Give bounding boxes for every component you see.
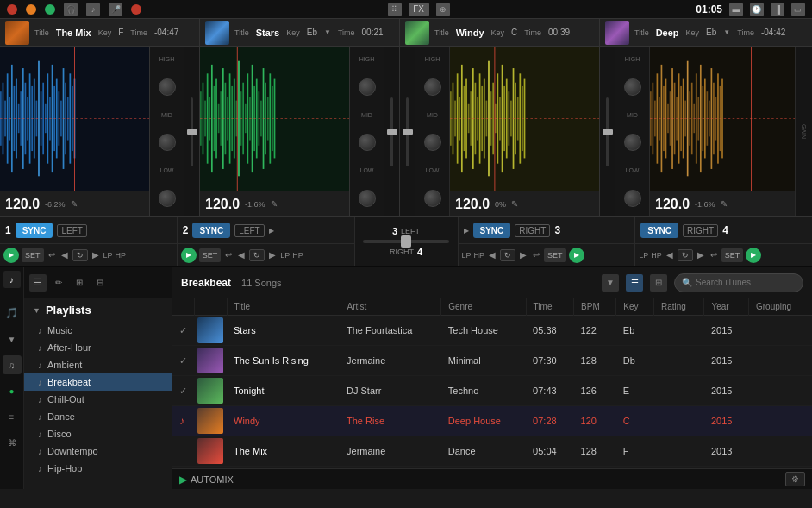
col-key[interactable]: Key <box>616 298 654 316</box>
deck-1-eq-low[interactable] <box>159 190 176 207</box>
headphones-icon[interactable]: 🎧 <box>64 3 78 16</box>
deck-1-eq-mid[interactable] <box>159 134 176 151</box>
tab-filter-icon[interactable]: ⊟ <box>91 274 109 292</box>
link-icon[interactable]: ⊕ <box>436 3 450 16</box>
deck-1-play-button[interactable]: ▶ <box>3 248 19 263</box>
record-icon[interactable] <box>131 4 141 15</box>
col-title[interactable]: Title <box>227 298 340 316</box>
tab-list-icon[interactable]: ☰ <box>29 274 47 292</box>
deck-3-prev-button[interactable]: ◀ <box>487 249 497 260</box>
playlist-item-downtempo[interactable]: ♪ Downtempo <box>24 442 172 460</box>
playlist-item-hip-hop[interactable]: ♪ Hip-Hop <box>24 460 172 477</box>
playlist-item-disco[interactable]: ♪ Disco <box>24 425 172 442</box>
table-row[interactable]: The Mix Jermaine Dance 05:04 128 F 2013 <box>172 436 812 467</box>
col-grouping[interactable]: Grouping <box>748 298 812 316</box>
sidebar-icon-arrow-down[interactable]: ▼ <box>3 329 22 348</box>
col-year[interactable]: Year <box>704 298 749 316</box>
close-icon[interactable] <box>7 4 17 15</box>
table-row[interactable]: ✓ Stars The Fourtastica Tech House 05:38… <box>172 316 812 346</box>
sidebar-icon-finder[interactable]: 🎵 <box>3 304 22 323</box>
deck-1-loop-button[interactable]: ↻ <box>72 249 88 261</box>
deck-2-prev-button[interactable]: ◀ <box>236 249 247 260</box>
minimize-icon[interactable] <box>26 4 36 15</box>
col-rating[interactable]: Rating <box>653 298 703 316</box>
table-row[interactable]: ✓ Tonight DJ Starr Techno 07:43 126 E 20… <box>172 376 812 406</box>
deck-1-side-button[interactable]: LEFT <box>57 224 86 237</box>
deck-3-sync-button[interactable]: SYNC <box>473 223 511 238</box>
deck-2-eq-mid[interactable] <box>359 134 376 151</box>
deck-3-eq-high[interactable] <box>424 78 441 96</box>
deck-2-pitch-fader[interactable] <box>390 97 393 166</box>
tab-grid-icon[interactable]: ⊞ <box>71 274 88 292</box>
deck-4-sync-button[interactable]: SYNC <box>640 223 678 238</box>
table-row[interactable]: ♪ Windy The Rise Deep House 07:28 120 C … <box>172 406 812 436</box>
deck-4-set-button[interactable]: SET <box>721 248 744 262</box>
settings-button[interactable]: ⚙ <box>785 472 805 486</box>
deck-2-cue-button[interactable]: ↩ <box>223 249 234 260</box>
sidebar-icon-playlist[interactable]: ♫ <box>3 355 22 374</box>
playlist-item-dance[interactable]: ♪ Dance <box>24 408 172 425</box>
sidebar-icon-list[interactable]: ≡ <box>3 407 22 426</box>
deck-1-cue-button[interactable]: ↩ <box>47 249 57 260</box>
grid-icon[interactable]: ⠿ <box>388 3 402 16</box>
deck-4-next-button[interactable]: ▶ <box>696 249 706 260</box>
deck-3-set-button[interactable]: SET <box>544 248 566 262</box>
deck-4-prev-button[interactable]: ◀ <box>665 249 675 260</box>
deck-4-side-button[interactable]: RIGHT <box>683 224 718 237</box>
list-view-button[interactable]: ☰ <box>626 274 643 292</box>
deck-1-prev-button[interactable]: ◀ <box>59 249 70 260</box>
col-genre[interactable]: Genre <box>441 298 526 316</box>
deck-4-cue-button[interactable]: ↩ <box>709 249 719 260</box>
deck-2-eq-high[interactable] <box>359 78 376 96</box>
playlist-item-ambient[interactable]: ♪ Ambient <box>24 356 172 373</box>
deck-2-eq-low[interactable] <box>359 190 376 207</box>
sidebar-icon-music[interactable]: ♪ <box>3 271 21 288</box>
deck-3-side-button[interactable]: RIGHT <box>515 224 550 237</box>
deck-4-play-button[interactable]: ▶ <box>746 248 761 263</box>
deck-4-loop-button[interactable]: ↻ <box>678 249 693 261</box>
tab-pencil-icon[interactable]: ✏ <box>50 274 67 292</box>
filter-button[interactable]: ▼ <box>602 274 619 292</box>
deck-4-eq-low[interactable] <box>624 190 641 207</box>
deck-2-play-button[interactable]: ▶ <box>181 248 197 263</box>
table-row[interactable]: ✓ The Sun Is Rising Jermaine Minimal 07:… <box>172 346 812 376</box>
automix-button[interactable]: ▶ AUTOMIX <box>179 474 234 486</box>
fx-label[interactable]: FX <box>409 3 429 16</box>
deck-1-sync-button[interactable]: SYNC <box>16 223 53 238</box>
deck-3-pitch-fader[interactable] <box>406 97 409 166</box>
playlist-item-chill-out[interactable]: ♪ Chill-Out <box>24 391 172 408</box>
deck-2-loop-button[interactable]: ↻ <box>249 249 265 261</box>
deck-3-loop-button[interactable]: ↻ <box>500 249 515 261</box>
bpm-col-1: 122 <box>574 316 616 346</box>
crossfader-track[interactable] <box>363 240 449 243</box>
deck-2-set-button[interactable]: SET <box>199 248 222 262</box>
search-input[interactable] <box>696 278 796 287</box>
playlist-item-music[interactable]: ♪ Music <box>24 322 172 339</box>
col-bpm[interactable]: BPM <box>574 298 616 316</box>
deck-4-pitch-fader[interactable] <box>606 97 609 166</box>
deck-2-sync-button[interactable]: SYNC <box>192 223 230 238</box>
mic-icon[interactable]: 🎤 <box>109 3 122 16</box>
sidebar-icon-mac[interactable]: ⌘ <box>3 433 22 452</box>
thumb-col-1 <box>194 316 227 346</box>
playlist-item-breakbeat[interactable]: ♪ Breakbeat <box>24 373 172 391</box>
deck-1-set-button[interactable]: SET <box>22 248 44 262</box>
deck-3-cue-button[interactable]: ↩ <box>531 249 541 260</box>
deck-2-next-button[interactable]: ▶ <box>267 249 278 260</box>
deck-3-eq-low[interactable] <box>424 190 441 207</box>
deck-3-eq-mid[interactable] <box>424 134 441 151</box>
deck-3-next-button[interactable]: ▶ <box>518 249 528 260</box>
deck-1-pitch-fader[interactable] <box>191 97 193 166</box>
col-artist[interactable]: Artist <box>340 298 441 316</box>
deck-3-play-button[interactable]: ▶ <box>569 248 584 263</box>
deck-1-next-button[interactable]: ▶ <box>91 249 101 260</box>
sidebar-icon-spotify[interactable]: ● <box>3 381 22 400</box>
deck-1-eq-high[interactable] <box>159 78 176 96</box>
col-time[interactable]: Time <box>526 298 573 316</box>
playlist-item-after-hour[interactable]: ♪ After-Hour <box>24 339 172 356</box>
deck-4-eq-mid[interactable] <box>624 134 641 151</box>
deck-2-side-button[interactable]: LEFT <box>234 224 264 237</box>
maximize-icon[interactable] <box>45 4 55 15</box>
grid-view-button[interactable]: ⊞ <box>650 274 667 292</box>
deck-4-eq-high[interactable] <box>624 78 641 96</box>
